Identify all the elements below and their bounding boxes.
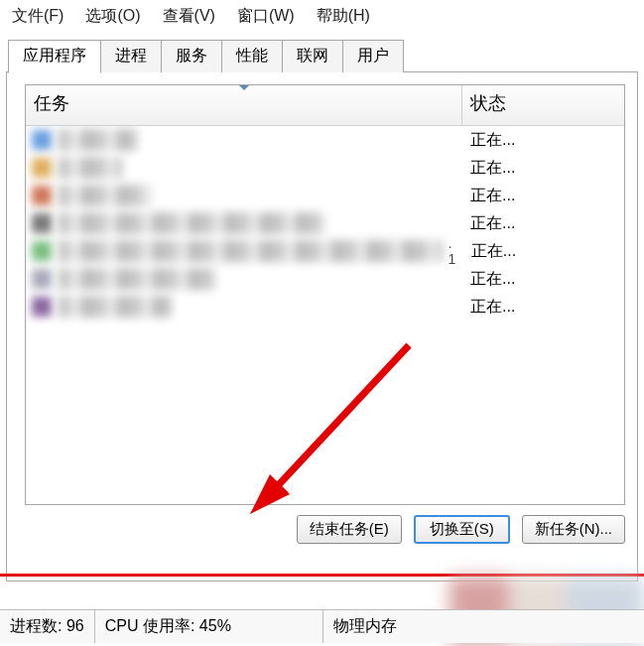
tab-strip: 应用程序 进程 服务 性能 联网 用户 (8, 39, 644, 72)
column-header-task[interactable]: 任务 (26, 85, 462, 125)
sort-arrow-icon (239, 85, 249, 90)
menu-view[interactable]: 查看(V) (163, 6, 215, 27)
task-name-blurred (58, 129, 137, 151)
app-icon (32, 241, 52, 261)
column-status-label: 状态 (470, 93, 506, 113)
list-item[interactable]: . 1 正在... (26, 237, 624, 265)
menubar: 文件(F) 选项(O) 查看(V) 窗口(W) 帮助(H) (0, 0, 644, 37)
list-item[interactable]: 正在... (26, 265, 624, 293)
status-memory: 物理内存 (323, 610, 407, 643)
task-listview[interactable]: 任务 状态 正在... 正在... 正在... 正在.. (25, 84, 625, 505)
app-icon (32, 269, 52, 289)
status-cell: 正在... (462, 186, 624, 206)
menu-file[interactable]: 文件(F) (12, 6, 64, 27)
tab-processes[interactable]: 进程 (100, 40, 162, 72)
list-item[interactable]: 正在... (26, 293, 624, 321)
task-name-blurred (58, 240, 443, 262)
status-cpu: CPU 使用率: 45% (95, 610, 323, 643)
tab-networking[interactable]: 联网 (282, 40, 343, 72)
task-name-blurred (58, 157, 122, 179)
switch-to-button[interactable]: 切换至(S) (414, 515, 510, 544)
list-item[interactable]: 正在... (26, 126, 624, 154)
cpu-value: 45% (199, 617, 231, 634)
app-icon (32, 297, 52, 317)
task-suffix: . 1 (449, 235, 463, 267)
app-icon (32, 158, 52, 178)
status-cell: 正在... (462, 158, 624, 179)
task-name-blurred (58, 212, 325, 234)
listview-body: 正在... 正在... 正在... 正在... . 1 正在... 正在... (26, 126, 624, 503)
app-icon (32, 186, 52, 205)
list-item[interactable]: 正在... (26, 154, 624, 182)
task-name-blurred (58, 185, 152, 206)
list-item[interactable]: 正在... (26, 182, 624, 209)
tab-panel: 任务 状态 正在... 正在... 正在... 正在.. (6, 71, 638, 581)
column-task-label: 任务 (34, 93, 69, 113)
end-task-button[interactable]: 结束任务(E) (297, 515, 402, 544)
menu-windows[interactable]: 窗口(W) (237, 6, 295, 27)
status-cell: 正在... (462, 130, 624, 151)
status-bar: 进程数: 96 CPU 使用率: 45% 物理内存 (0, 609, 644, 643)
task-name-blurred (58, 296, 172, 318)
status-cell: 正在... (462, 269, 624, 290)
status-cell: 正在... (462, 213, 624, 234)
process-count-value: 96 (66, 617, 84, 634)
column-header-status[interactable]: 状态 (462, 85, 624, 125)
menu-help[interactable]: 帮助(H) (317, 6, 370, 27)
menu-options[interactable]: 选项(O) (85, 6, 140, 27)
list-item[interactable]: 正在... (26, 209, 624, 237)
process-count-label: 进程数: (10, 617, 62, 634)
tab-users[interactable]: 用户 (342, 40, 404, 72)
cpu-label: CPU 使用率: (105, 617, 195, 634)
tab-applications[interactable]: 应用程序 (8, 40, 101, 73)
new-task-button[interactable]: 新任务(N)... (522, 515, 625, 544)
action-buttons: 结束任务(E) 切换至(S) 新任务(N)... (25, 515, 625, 544)
tab-performance[interactable]: 性能 (221, 40, 283, 72)
memory-label: 物理内存 (333, 617, 397, 634)
app-icon (32, 213, 52, 233)
status-process-count: 进程数: 96 (0, 610, 95, 643)
listview-header: 任务 状态 (26, 85, 624, 126)
tab-services[interactable]: 服务 (161, 40, 222, 72)
task-name-blurred (58, 268, 216, 290)
app-icon (32, 130, 52, 150)
status-cell: 正在... (462, 297, 624, 318)
status-cell: 正在... (463, 241, 624, 262)
